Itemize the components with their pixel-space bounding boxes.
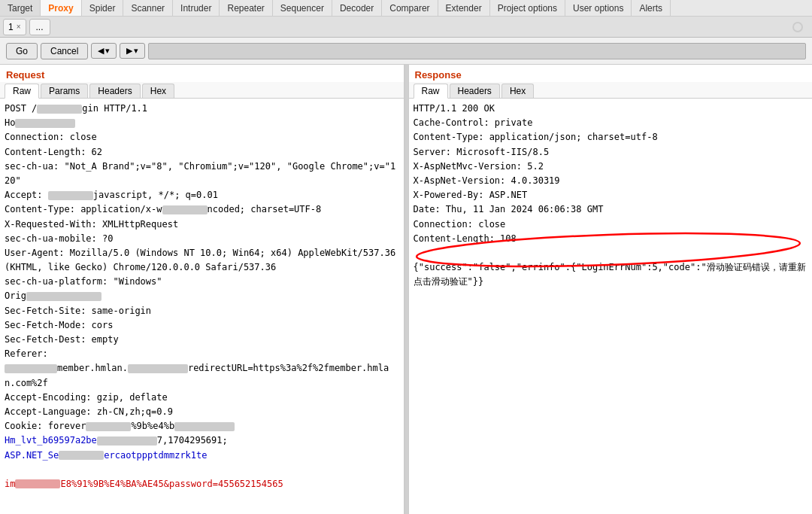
request-tab-raw[interactable]: Raw	[5, 84, 39, 99]
response-line-6: X-AspNet-Version: 4.0.30319	[414, 174, 808, 188]
request-line-2: Ho	[5, 116, 399, 130]
nav-tab-proxy[interactable]: Proxy	[41, 0, 81, 16]
response-line-1: HTTP/1.1 200 OK	[414, 102, 808, 116]
request-title: Request	[0, 65, 404, 82]
request-line-10: User-Agent: Mozilla/5.0 (Windows NT 10.0…	[5, 246, 399, 275]
response-line-3: Content-Type: application/json; charset=…	[414, 130, 808, 144]
response-line-10: Content-Length: 108	[414, 232, 808, 246]
nav-tab-decoder[interactable]: Decoder	[332, 0, 382, 16]
request-tab-hex[interactable]: Hex	[142, 84, 174, 98]
request-line-13: Sec-Fetch-Site: same-origin	[5, 304, 399, 318]
nav-tab-target[interactable]: Target	[0, 0, 41, 16]
request-line-21: Hm_lvt_b69597a2be7,1704295691;	[5, 433, 399, 448]
request-line-9: sec-ch-ua-mobile: ?0	[5, 232, 399, 246]
request-line-4: Content-Length: 62	[5, 145, 399, 160]
request-line-6: Accept: javascript, */*; q=0.01	[5, 188, 399, 202]
response-body[interactable]: HTTP/1.1 200 OK Cache-Control: private C…	[409, 99, 813, 514]
request-line-14: Sec-Fetch-Mode: cors	[5, 318, 399, 333]
request-line-19: Accept-Language: zh-CN,zh;q=0.9	[5, 405, 399, 419]
request-line-16: Referer:	[5, 347, 399, 361]
request-line-15: Sec-Fetch-Dest: empty	[5, 333, 399, 347]
nav-tab-scanner[interactable]: Scanner	[123, 0, 173, 16]
request-line-5: sec-ch-ua: "Not_A Brand";v="8", "Chromiu…	[5, 160, 399, 188]
url-bar[interactable]	[148, 43, 806, 59]
request-line-7: Content-Type: application/x-wncoded; cha…	[5, 202, 399, 217]
request-line-11: sec-ch-ua-platform: "Windows"	[5, 275, 399, 289]
nav-tab-sequencer[interactable]: Sequencer	[273, 0, 332, 16]
request-line-1: POST /gin HTTP/1.1	[5, 102, 399, 116]
tab-1[interactable]: 1 ×	[3, 19, 26, 35]
go-button[interactable]: Go	[6, 43, 38, 59]
nav-tab-comparer[interactable]: Comparer	[382, 0, 438, 16]
response-line-8: Date: Thu, 11 Jan 2024 06:06:38 GMT	[414, 202, 808, 217]
request-line-8: X-Requested-With: XMLHttpRequest	[5, 217, 399, 232]
next-icon: ▶	[126, 46, 132, 56]
response-line-9: Connection: close	[414, 217, 808, 232]
nav-tab-spider[interactable]: Spider	[82, 0, 124, 16]
request-line-20: Cookie: forever%9b%e4%b	[5, 419, 399, 433]
nav-tab-intruder[interactable]: Intruder	[173, 0, 220, 16]
nav-tab-repeater[interactable]: Repeater	[220, 0, 272, 16]
top-nav: Target Proxy Spider Scanner Intruder Rep…	[0, 0, 812, 17]
prev-nav-button[interactable]: ◀ ▾	[91, 43, 117, 59]
next-dropdown-icon[interactable]: ▾	[134, 46, 138, 56]
response-line-11	[414, 246, 808, 260]
tab-bar: 1 × ...	[0, 17, 812, 38]
cancel-button[interactable]: Cancel	[41, 43, 88, 59]
main-content: Request Raw Params Headers Hex POST /gin…	[0, 65, 812, 514]
progress-circle	[792, 22, 803, 32]
nav-tab-project-options[interactable]: Project options	[490, 0, 565, 16]
request-line-23	[5, 463, 399, 477]
request-line-3: Connection: close	[5, 130, 399, 144]
request-line-17: member.hmlan.redirectURL=https%3a%2f%2fm…	[5, 361, 399, 390]
request-body[interactable]: POST /gin HTTP/1.1 Ho Connection: close …	[0, 99, 404, 514]
request-line-24: imE8%91%9B%E4%BA%AE45&password=455652154…	[5, 477, 399, 491]
response-tab-raw[interactable]: Raw	[414, 84, 448, 99]
request-tab-headers[interactable]: Headers	[89, 84, 140, 98]
request-line-12: Orig	[5, 289, 399, 303]
response-json-line: {"success":"false","errinfo":{"LoginErrN…	[414, 260, 808, 289]
response-line-7: X-Powered-By: ASP.NET	[414, 188, 808, 202]
next-nav-button[interactable]: ▶ ▾	[120, 43, 145, 59]
prev-icon: ◀	[98, 46, 104, 56]
nav-tab-user-options[interactable]: User options	[565, 0, 632, 16]
response-tab-hex[interactable]: Hex	[501, 84, 534, 98]
nav-tab-alerts[interactable]: Alerts	[632, 0, 671, 16]
response-tabs: Raw Headers Hex	[409, 82, 813, 99]
tab-ellipsis[interactable]: ...	[29, 19, 50, 35]
tab-1-close[interactable]: ×	[17, 23, 21, 31]
response-line-4: Server: Microsoft-IIS/8.5	[414, 145, 808, 160]
request-tab-params[interactable]: Params	[41, 84, 88, 98]
prev-dropdown-icon[interactable]: ▾	[105, 46, 110, 56]
request-line-18: Accept-Encoding: gzip, deflate	[5, 391, 399, 405]
response-panel: Response Raw Headers Hex HTTP/1.1 200 OK…	[409, 65, 813, 514]
tab-1-label: 1	[8, 22, 14, 32]
nav-tab-extender[interactable]: Extender	[438, 0, 490, 16]
response-line-5: X-AspNetMvc-Version: 5.2	[414, 160, 808, 174]
response-line-2: Cache-Control: private	[414, 116, 808, 130]
toolbar: Go Cancel ◀ ▾ ▶ ▾	[0, 38, 812, 65]
request-line-22: ASP.NET_Seercaotppptdmmzrk1te	[5, 449, 399, 463]
request-panel: Request Raw Params Headers Hex POST /gin…	[0, 65, 404, 514]
response-title: Response	[409, 65, 813, 82]
request-tabs: Raw Params Headers Hex	[0, 82, 404, 99]
response-tab-headers[interactable]: Headers	[450, 84, 500, 98]
